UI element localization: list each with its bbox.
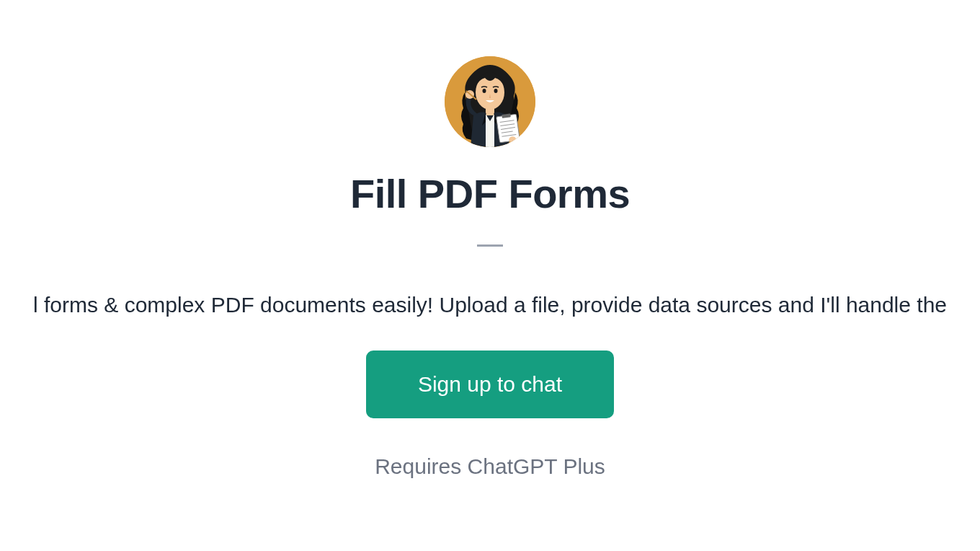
app-avatar [445, 56, 535, 147]
signup-button[interactable]: Sign up to chat [366, 351, 614, 418]
svg-rect-4 [486, 107, 494, 115]
main-container: Fill PDF Forms l forms & complex PDF doc… [0, 0, 980, 479]
requirement-text: Requires ChatGPT Plus [375, 454, 605, 479]
app-description: l forms & complex PDF documents easily! … [0, 293, 980, 317]
page-title: Fill PDF Forms [350, 170, 630, 217]
svg-point-3 [494, 89, 498, 93]
title-divider [477, 244, 503, 247]
svg-point-2 [483, 89, 486, 93]
